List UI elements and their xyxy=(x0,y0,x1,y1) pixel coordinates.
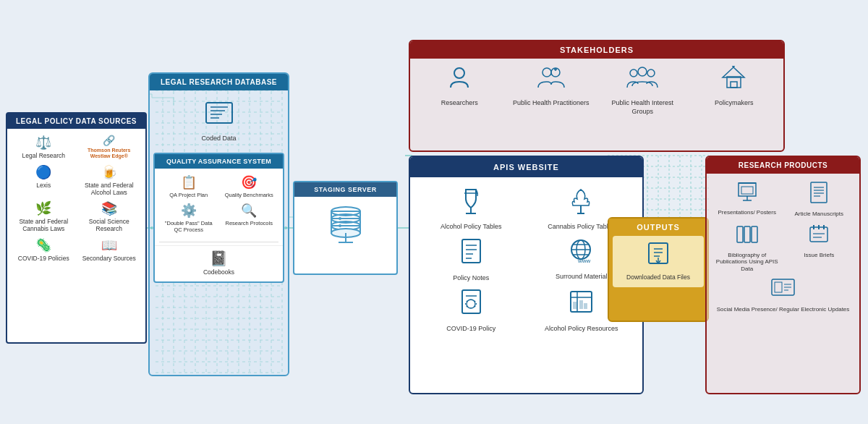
source-covid: 🦠 COVID-19 Policies xyxy=(13,237,75,262)
stakeholder-practitioners: Public Health Practitioners xyxy=(511,66,591,116)
cannabis-policy-icon xyxy=(569,186,594,220)
svg-text:www: www xyxy=(577,258,591,264)
interest-groups-icon xyxy=(626,66,659,96)
svg-line-136 xyxy=(475,306,475,307)
legal-research-database: LEGAL RESEARCH DATABASE Coded Data QUALI… xyxy=(148,72,289,376)
researchers-label: Researchers xyxy=(441,99,478,108)
covid-label: COVID-19 Policies xyxy=(18,255,69,262)
svg-point-108 xyxy=(647,69,655,77)
apis-covid-policy: COVID-19 Policy xyxy=(419,288,524,334)
lexis-label: Lexis xyxy=(36,182,51,189)
source-social-science: 📚 Social Science Research xyxy=(79,200,140,232)
qa-project-plan: 📋 QA Project Plan xyxy=(161,174,217,198)
staging-content xyxy=(294,197,396,258)
svg-point-107 xyxy=(638,67,647,76)
alcohol-resources-icon xyxy=(569,288,594,322)
social-media-icon xyxy=(770,278,796,304)
coded-data-label: Coded Data xyxy=(157,135,281,142)
apis-alcohol-policy: Alcohol Policy Tables xyxy=(419,186,524,232)
legal-policy-header: LEGAL POLICY DATA SOURCES xyxy=(7,114,145,129)
svg-line-134 xyxy=(475,301,475,302)
source-westlaw: 🔗 Thomson ReutersWestlaw Edge® xyxy=(79,135,140,160)
surround-material-icon: www xyxy=(569,237,594,270)
presentations-label: Presentations/ Posters xyxy=(718,209,776,216)
svg-rect-85 xyxy=(206,103,232,123)
qa-project-plan-icon: 📋 xyxy=(181,174,197,190)
svg-point-97 xyxy=(339,217,341,220)
svg-line-138 xyxy=(467,306,467,307)
research-protocols-icon: 🔍 xyxy=(241,203,257,219)
cannabis-policy-label: Cannabis Policy Tables xyxy=(548,223,615,232)
stakeholder-researchers: Researchers xyxy=(420,66,499,116)
secondary-icon: 📖 xyxy=(101,237,117,253)
staging-server-header: STAGING SERVER xyxy=(294,182,396,197)
codebooks-section: 📓 Codebooks xyxy=(155,245,283,281)
practitioners-icon xyxy=(537,66,566,96)
secondary-label: Secondary Sources xyxy=(82,255,136,262)
svg-point-102 xyxy=(542,68,551,77)
svg-rect-162 xyxy=(737,226,743,242)
diagram-container: LEGAL POLICY DATA SOURCES ⚖️ Legal Resea… xyxy=(0,0,868,424)
double-pass-label: "Double Pass" Data QC Process xyxy=(161,220,217,233)
legal-policy-content: ⚖️ Legal Research 🔗 Thomson ReutersWestl… xyxy=(7,129,145,268)
svg-rect-169 xyxy=(775,282,782,292)
social-media-label: Social Media Presence/ Regular Electroni… xyxy=(717,306,850,313)
quality-benchmarks-icon: 🎯 xyxy=(241,174,257,190)
svg-point-132 xyxy=(467,300,475,308)
surround-material-label: Surround Material xyxy=(556,273,608,281)
research-products-header: RESEARCH PRODUCTS xyxy=(707,157,859,174)
qa-divider xyxy=(159,242,278,242)
staging-server: STAGING SERVER xyxy=(293,181,398,275)
research-articles: Article Manuscripts xyxy=(786,181,853,218)
research-protocols-label: Research Protocols xyxy=(226,220,273,226)
source-cannabis-laws: 🌿 State and Federal Cannabis Laws xyxy=(13,200,75,232)
research-presentations: Presentations/ Posters xyxy=(714,181,780,218)
svg-line-140 xyxy=(467,301,467,302)
double-pass: ⚙️ "Double Pass" Data QC Process xyxy=(161,203,217,233)
research-protocols: 🔍 Research Protocols xyxy=(221,203,278,233)
apis-header: APIS WEBSITE xyxy=(410,157,642,177)
cannabis-laws-label: State and Federal Cannabis Laws xyxy=(13,218,75,232)
alcohol-laws-label: State and Federal Alcohol Laws xyxy=(79,182,140,196)
research-bibliography: Bibliography of Publications Using APIS … xyxy=(714,224,780,273)
svg-rect-164 xyxy=(752,226,757,242)
alcohol-policy-icon xyxy=(459,186,484,220)
svg-point-113 xyxy=(732,66,735,67)
svg-point-101 xyxy=(454,68,464,78)
source-alcohol-laws: 🍺 State and Federal Alcohol Laws xyxy=(79,164,140,196)
westlaw-icon: 🔗 xyxy=(103,135,115,146)
svg-rect-119 xyxy=(462,239,480,263)
svg-rect-130 xyxy=(462,290,480,313)
bibliography-icon xyxy=(736,224,759,250)
policymakers-label: Policymakers xyxy=(715,99,754,108)
researchers-icon xyxy=(447,66,472,96)
legal-research-label: Legal Research xyxy=(22,152,65,159)
alcohol-resources-label: Alcohol Policy Resources xyxy=(545,325,618,334)
articles-icon xyxy=(809,181,829,208)
codebooks-icon: 📓 xyxy=(155,250,283,267)
legal-research-db-header: LEGAL RESEARCH DATABASE xyxy=(150,74,288,90)
legal-research-icon: ⚖️ xyxy=(35,135,51,150)
stakeholders-box: STAKEHOLDERS Researchers xyxy=(409,40,785,152)
issue-briefs-icon xyxy=(809,224,829,250)
alcohol-laws-icon: 🍺 xyxy=(101,164,117,180)
svg-point-98 xyxy=(339,224,341,227)
svg-rect-156 xyxy=(741,187,753,194)
outputs-header: OUTPUTS xyxy=(609,219,707,236)
stakeholder-policymakers: Policymakers xyxy=(694,66,774,116)
quality-benchmarks-label: Quality Benchmarks xyxy=(225,192,273,198)
svg-rect-144 xyxy=(579,300,583,309)
covid-policy-label: COVID-19 Policy xyxy=(446,325,495,334)
qa-content: 📋 QA Project Plan 🎯 Quality Benchmarks ⚙… xyxy=(155,169,283,239)
policy-notes-label: Policy Notes xyxy=(453,274,489,283)
codebooks-label: Codebooks xyxy=(155,268,283,276)
server-icon xyxy=(324,203,367,253)
svg-marker-110 xyxy=(723,67,744,77)
double-pass-icon: ⚙️ xyxy=(181,203,197,219)
stakeholder-interest-groups: Public Health Interest Groups xyxy=(603,66,682,116)
social-science-icon: 📚 xyxy=(101,200,117,216)
outputs-box: OUTPUTS Downloaded Data Files xyxy=(608,217,709,322)
presentations-icon xyxy=(736,181,758,207)
practitioners-label: Public Health Practitioners xyxy=(513,99,590,108)
alcohol-policy-label: Alcohol Policy Tables xyxy=(441,223,501,232)
